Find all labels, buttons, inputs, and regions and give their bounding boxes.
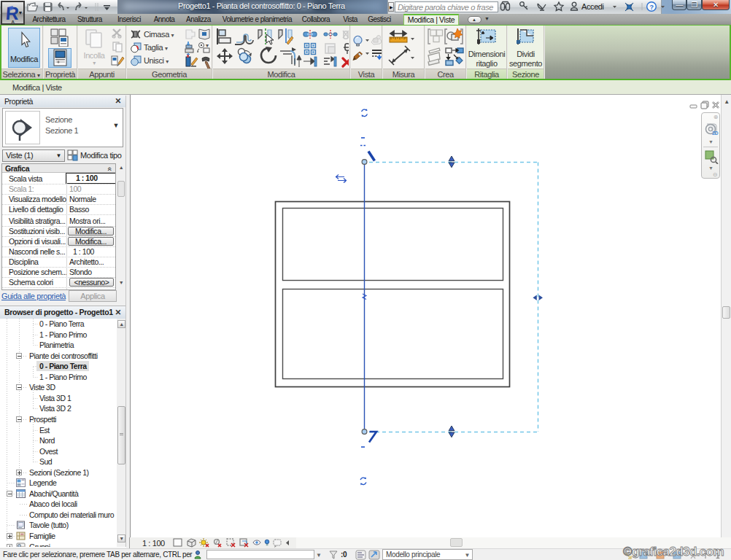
svg-text:2D: 2D	[712, 131, 718, 136]
svg-text:?: ?	[649, 4, 653, 11]
svg-text:Accedi: Accedi	[581, 2, 604, 11]
